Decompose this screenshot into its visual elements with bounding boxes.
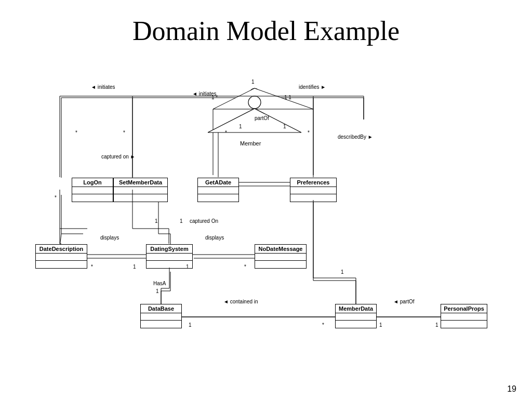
capturedon-label-1: captured on ►: [101, 154, 136, 159]
nodatemessage-class: NoDateMessage: [255, 244, 307, 269]
mult-star-nd-l: *: [244, 264, 246, 270]
getadate-class: GetADate: [197, 178, 239, 202]
mult-1-hasa: 1: [156, 288, 159, 294]
partof2-label: ◄ partOf: [393, 299, 414, 304]
mult-star-set: *: [123, 130, 125, 136]
svg-line-8: [213, 94, 255, 109]
memberdata-class-name: MemberData: [336, 304, 376, 313]
partof-label: partOf: [255, 115, 269, 121]
describedby-label: describedBy ►: [338, 134, 373, 140]
mult-1-db: 1: [189, 322, 192, 328]
member-label: Member: [240, 140, 261, 147]
mult-star-md-l: *: [322, 322, 324, 328]
logon-class: LogOn: [72, 178, 113, 202]
page-number: 19: [507, 384, 516, 394]
datedescription-class-name: DateDescription: [36, 245, 87, 254]
mult-1-ds-l: 1: [133, 264, 136, 270]
setmemberdata-class-name: SetMemberData: [114, 178, 167, 187]
containedin-label: ◄ contained in: [223, 299, 258, 304]
mult-star-dd-r: *: [91, 264, 93, 270]
mult-1-datsys: 1: [155, 218, 158, 224]
preferences-class-name: Preferences: [290, 178, 336, 187]
mult-star-getadate: *: [225, 130, 227, 136]
nodatemessage-class-name: NoDateMessage: [255, 245, 306, 254]
mult-1-getadate-r: 1: [239, 124, 242, 129]
mult-star-logon: *: [75, 130, 77, 136]
memberdata-class: MemberData: [335, 304, 377, 328]
personalprops-class: PersonalProps: [441, 304, 487, 328]
mult-1-datsys-r: 1: [180, 218, 183, 224]
mult-1star: 1 *: [211, 95, 218, 100]
initiates-label-1: ◄ initiates: [91, 84, 115, 90]
main-diagram: [0, 81, 532, 397]
displays-label-2: displays: [205, 235, 224, 241]
identifies-label: identifies ►: [299, 84, 326, 90]
mult-1-ds-r: 1: [186, 264, 189, 270]
mult-1-pref-l: 1: [283, 124, 286, 129]
slide-title: Domain Model Example: [0, 0, 532, 51]
datedescription-class: DateDescription: [35, 244, 87, 269]
mult-star-lo2: *: [55, 195, 57, 201]
logon-class-name: LogOn: [72, 178, 113, 187]
svg-point-2: [249, 88, 260, 99]
mult-11: 1 1: [284, 95, 291, 100]
displays-label-1: displays: [100, 235, 119, 241]
mult-1-pp-l: 1: [435, 322, 438, 328]
mult-1-md-r: 1: [379, 322, 382, 328]
personalprops-class-name: PersonalProps: [441, 304, 487, 313]
mult-1-top: 1: [251, 79, 255, 85]
datingsystem-class-name: DatingSystem: [147, 245, 192, 254]
database-class-name: DataBase: [141, 304, 181, 313]
svg-point-28: [248, 96, 261, 109]
getadate-class-name: GetADate: [198, 178, 238, 187]
mult-star-pref: *: [308, 130, 310, 136]
slide: Domain Model Example: [0, 0, 532, 399]
setmemberdata-class: SetMemberData: [113, 178, 168, 202]
preferences-class: Preferences: [290, 178, 337, 202]
capturedon-label-2: captured On: [190, 218, 218, 224]
database-class: DataBase: [140, 304, 182, 328]
mult-1-md-top: 1: [341, 269, 344, 275]
hasa-label: HasA: [153, 281, 166, 286]
